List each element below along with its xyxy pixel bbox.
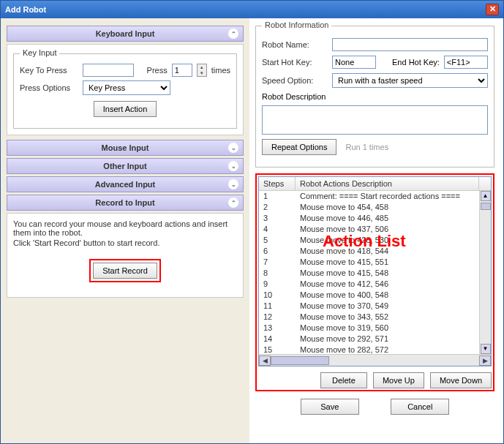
- cell-description: Mouse move to 418, 544: [296, 246, 479, 257]
- hscroll-thumb[interactable]: [271, 356, 329, 365]
- key-input-legend: Key Input: [20, 48, 59, 57]
- table-row[interactable]: 5Mouse move to 428, 530: [259, 235, 479, 246]
- cell-step: 12: [259, 312, 296, 323]
- chevron-down-icon: ⌄: [228, 143, 238, 153]
- col-header-steps[interactable]: Steps: [259, 177, 296, 190]
- table-row[interactable]: 7Mouse move to 415, 551: [259, 257, 479, 268]
- list-header: Steps Robot Actions Description: [259, 177, 491, 191]
- table-row[interactable]: 12Mouse move to 343, 552: [259, 312, 479, 323]
- list-rows[interactable]: 1Comment: ==== Start recorded actions ==…: [259, 191, 479, 354]
- press-options-label: Press Options: [20, 83, 78, 92]
- col-header-description[interactable]: Robot Actions Description: [296, 177, 479, 190]
- repeat-status-text: Run 1 times: [345, 143, 388, 151]
- cell-step: 8: [259, 268, 296, 279]
- times-label: times: [211, 66, 230, 75]
- left-panel: Keyboard Input ⌃ Key Input Key To Press …: [1, 18, 249, 443]
- chevron-up-icon: ⌃: [228, 29, 238, 39]
- accordion-record-to-input[interactable]: Record to Input ⌃: [7, 195, 244, 211]
- accordion-other-input[interactable]: Other Input ⌄: [7, 158, 244, 174]
- start-record-highlight: Start Record: [89, 259, 161, 282]
- add-robot-window: Add Robot ✕ Keyboard Input ⌃ Key Input K…: [0, 0, 504, 444]
- cell-description: Mouse move to 446, 485: [296, 213, 479, 224]
- cell-step: 7: [259, 257, 296, 268]
- scroll-thumb[interactable]: [481, 203, 491, 210]
- table-row[interactable]: 2Mouse move to 454, 458: [259, 202, 479, 213]
- repeat-options-button[interactable]: Repeat Options: [262, 139, 336, 155]
- table-row[interactable]: 11Mouse move to 370, 549: [259, 301, 479, 312]
- speed-option-select[interactable]: Run with a faster speed: [332, 73, 488, 88]
- table-row[interactable]: 6Mouse move to 418, 544: [259, 246, 479, 257]
- cell-step: 10: [259, 290, 296, 301]
- vertical-scrollbar[interactable]: ▲ ▼: [479, 191, 491, 354]
- accordion-advanced-input[interactable]: Advanced Input ⌄: [7, 176, 244, 192]
- insert-action-button[interactable]: Insert Action: [94, 101, 157, 117]
- press-count-input[interactable]: [172, 64, 192, 77]
- robot-name-input[interactable]: [332, 38, 488, 51]
- table-row[interactable]: 1Comment: ==== Start recorded actions ==…: [259, 191, 479, 202]
- move-down-button[interactable]: Move Down: [430, 372, 492, 388]
- table-row[interactable]: 10Mouse move to 400, 548: [259, 290, 479, 301]
- cell-description: Mouse move to 292, 571: [296, 334, 479, 345]
- move-up-button[interactable]: Move Up: [373, 372, 424, 388]
- cell-description: Mouse move to 282, 572: [296, 345, 479, 354]
- record-help-text-1: You can record your mouse and keyboard a…: [13, 219, 237, 237]
- table-row[interactable]: 15Mouse move to 282, 572: [259, 345, 479, 354]
- table-row[interactable]: 8Mouse move to 415, 548: [259, 268, 479, 279]
- right-panel: Robot Information Robot Name: Start Hot …: [249, 18, 503, 443]
- chevron-down-icon: ⌄: [228, 179, 238, 189]
- save-button[interactable]: Save: [301, 399, 359, 415]
- cell-step: 11: [259, 301, 296, 312]
- table-row[interactable]: 4Mouse move to 437, 506: [259, 224, 479, 235]
- speed-option-label: Speed Option:: [262, 76, 328, 85]
- cancel-button[interactable]: Cancel: [391, 399, 449, 415]
- cell-step: 2: [259, 202, 296, 213]
- start-record-button[interactable]: Start Record: [93, 263, 157, 279]
- scroll-down-icon[interactable]: ▼: [481, 344, 491, 354]
- table-row[interactable]: 3Mouse move to 446, 485: [259, 213, 479, 224]
- accordion-mouse-input[interactable]: Mouse Input ⌄: [7, 140, 244, 156]
- record-help-text-2: Click 'Start Record' button to start rec…: [13, 238, 237, 247]
- key-to-press-input[interactable]: [83, 64, 134, 77]
- robot-description-textarea[interactable]: [262, 105, 488, 135]
- delete-button[interactable]: Delete: [320, 372, 367, 388]
- cell-step: 1: [259, 191, 296, 202]
- cell-description: Mouse move to 343, 552: [296, 312, 479, 323]
- cell-step: 9: [259, 279, 296, 290]
- cell-step: 13: [259, 323, 296, 334]
- robot-info-fieldset: Robot Information Robot Name: Start Hot …: [255, 26, 494, 168]
- cell-step: 4: [259, 224, 296, 235]
- cell-description: Mouse move to 437, 506: [296, 224, 479, 235]
- cell-description: Comment: ==== Start recorded actions ===…: [296, 191, 479, 202]
- cell-description: Mouse move to 415, 548: [296, 268, 479, 279]
- scroll-right-icon[interactable]: ▶: [479, 355, 491, 366]
- table-row[interactable]: 13Mouse move to 319, 560: [259, 323, 479, 334]
- start-hotkey-input[interactable]: [332, 56, 376, 69]
- table-row[interactable]: 14Mouse move to 292, 571: [259, 334, 479, 345]
- start-hotkey-label: Start Hot Key:: [262, 58, 328, 67]
- chevron-up-icon: ⌃: [228, 197, 238, 208]
- key-to-press-label: Key To Press: [20, 66, 78, 75]
- accordion-keyboard-input[interactable]: Keyboard Input ⌃: [7, 26, 244, 42]
- table-row[interactable]: 9Mouse move to 412, 546: [259, 279, 479, 290]
- key-input-fieldset: Key Input Key To Press Press ▲▼ times Pr…: [13, 53, 237, 129]
- end-hotkey-input[interactable]: [444, 56, 488, 69]
- window-title: Add Robot: [5, 5, 46, 14]
- press-count-stepper[interactable]: ▲▼: [197, 64, 207, 77]
- close-icon[interactable]: ✕: [486, 4, 499, 15]
- titlebar[interactable]: Add Robot ✕: [1, 1, 503, 18]
- robot-name-label: Robot Name:: [262, 40, 328, 49]
- press-options-select[interactable]: Key Press: [83, 80, 170, 95]
- action-list: Steps Robot Actions Description 1Comment…: [258, 176, 492, 366]
- horizontal-scrollbar[interactable]: ◀ ▶: [259, 354, 491, 366]
- action-list-highlight: Steps Robot Actions Description 1Comment…: [255, 173, 494, 391]
- scroll-left-icon[interactable]: ◀: [259, 355, 271, 366]
- keyboard-panel-body: Key Input Key To Press Press ▲▼ times Pr…: [7, 44, 244, 135]
- end-hotkey-label: End Hot Key:: [392, 58, 440, 67]
- chevron-down-icon: ⌄: [228, 161, 238, 171]
- press-label: Press: [147, 66, 168, 75]
- robot-info-legend: Robot Information: [262, 20, 331, 29]
- cell-description: Mouse move to 319, 560: [296, 323, 479, 334]
- record-panel: You can record your mouse and keyboard a…: [7, 213, 244, 298]
- cell-step: 6: [259, 246, 296, 257]
- scroll-up-icon[interactable]: ▲: [481, 191, 491, 201]
